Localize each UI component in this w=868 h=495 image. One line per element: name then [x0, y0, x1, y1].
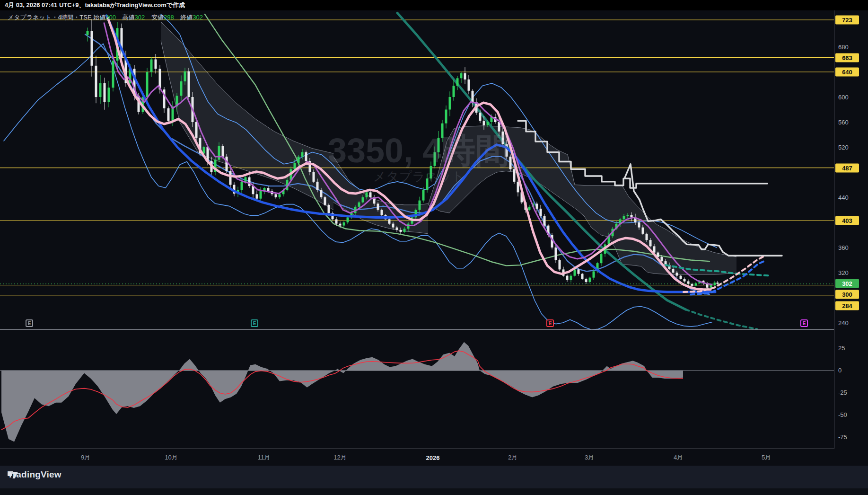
- candle-body-down: [95, 66, 97, 97]
- legend-field-label: 安値: [149, 14, 164, 21]
- oscillator-canvas[interactable]: [0, 330, 834, 449]
- earnings-marker-icon[interactable]: E: [251, 319, 258, 327]
- right-margin: [862, 10, 868, 449]
- candle-body-up: [600, 254, 603, 263]
- tradingview-logo[interactable]: TradingView: [8, 469, 61, 480]
- candle-body-up: [627, 215, 629, 216]
- legend-field-value: 302: [193, 14, 203, 21]
- candle-body-up: [298, 157, 300, 163]
- candle-body-up: [184, 71, 186, 81]
- candle-body-down: [517, 182, 519, 193]
- tradingview-logo-icon: [8, 469, 19, 481]
- candle-body-up: [574, 269, 576, 275]
- candle-body-down: [672, 269, 675, 273]
- candle-body-down: [687, 282, 690, 284]
- last-price-badge: 302: [835, 279, 859, 288]
- candle-body-up: [146, 72, 149, 97]
- candle-body-down: [578, 269, 580, 274]
- candle-body-up: [445, 110, 447, 124]
- candle-body-up: [487, 122, 489, 125]
- candle-body-up: [112, 61, 114, 88]
- time-tick-2026: 2026: [426, 454, 440, 461]
- price-level-badge-723: 723: [835, 16, 859, 25]
- candle-body-down: [653, 246, 656, 252]
- chart-legend[interactable]: メタプラネット・4時間・TSE 始値300 高値302 安値298 終値302: [8, 13, 208, 22]
- time-scale-axis[interactable]: 9月10月11月12月20262月3月4月5月: [0, 449, 834, 466]
- candle-body-down: [642, 228, 644, 234]
- candle-body-down: [479, 113, 482, 121]
- time-tick-10月: 10月: [165, 453, 177, 462]
- candle-body-up: [347, 217, 349, 222]
- candle-body-down: [684, 279, 686, 281]
- time-tick-3月: 3月: [585, 453, 594, 462]
- candle-body-down: [540, 209, 542, 216]
- price-tick-520: 520: [838, 144, 849, 151]
- candle-body-up: [362, 197, 364, 203]
- price-tick-600: 600: [838, 94, 849, 101]
- price-level-badge-663: 663: [835, 53, 859, 62]
- candle-body-down: [222, 146, 224, 157]
- candle-body-down: [646, 234, 648, 240]
- candle-body-down: [559, 260, 561, 270]
- candle-body-down: [229, 171, 232, 185]
- legend-field-label: 始値: [93, 14, 105, 21]
- candle-body-up: [99, 83, 102, 97]
- time-tick-11月: 11月: [258, 453, 271, 462]
- candle-body-down: [320, 190, 323, 197]
- oscillator-pane[interactable]: [0, 329, 834, 449]
- candle-body-down: [91, 31, 93, 66]
- candle-body-up: [430, 166, 432, 179]
- candle-body-up: [528, 207, 531, 210]
- time-tick-9月: 9月: [81, 453, 90, 462]
- candle-body-down: [566, 276, 569, 280]
- price-tick-680: 680: [838, 44, 849, 51]
- price-tick-360: 360: [838, 244, 849, 251]
- price-chart-canvas[interactable]: [0, 10, 834, 329]
- candle-body-down: [680, 276, 682, 279]
- candle-body-up: [343, 222, 345, 226]
- legend-field-value: 302: [135, 14, 145, 21]
- earnings-marker-icon[interactable]: E: [26, 319, 33, 327]
- candle-body-down: [464, 73, 466, 80]
- legend-field-label: 高値: [121, 14, 135, 21]
- candle-body-up: [456, 78, 459, 86]
- candle-body-down: [392, 224, 395, 228]
- kumo-3: [428, 126, 736, 274]
- candle-body-down: [256, 194, 258, 198]
- candle-body-down: [676, 273, 678, 276]
- price-tick-320: 320: [838, 269, 849, 276]
- osc-tick--50: -50: [838, 411, 847, 418]
- candle-body-up: [245, 177, 247, 182]
- legend-ohlc-fields: 始値300 高値302 安値298 終値302: [93, 14, 208, 21]
- candle-body-down: [513, 169, 516, 182]
- osc-tick--75: -75: [838, 433, 847, 441]
- legend-field-label: 終値: [179, 14, 193, 21]
- price-tick-560: 560: [838, 119, 849, 126]
- price-level-badge-640: 640: [835, 68, 859, 77]
- candle-body-up: [87, 31, 89, 35]
- candle-body-down: [638, 222, 640, 228]
- kumo-1: [161, 22, 333, 210]
- candle-body-up: [358, 203, 360, 207]
- candle-body-up: [419, 201, 421, 210]
- candle-body-up: [218, 146, 220, 159]
- candle-body-up: [294, 163, 296, 169]
- snapshot-header: 4月 03, 2026 07:41 UTC+9、takatabaがTrading…: [0, 0, 868, 10]
- candle-body-up: [366, 192, 368, 197]
- price-chart-pane[interactable]: 3350, 4時間 メタプラネット メタプラネット・4時間・TSE 始値300 …: [0, 10, 834, 329]
- time-tick-2月: 2月: [508, 453, 517, 462]
- candle-body-down: [381, 210, 383, 215]
- earnings-marker-icon[interactable]: E: [546, 319, 554, 327]
- candle-body-down: [267, 188, 270, 191]
- bottom-toolbar: TradingView: [0, 466, 868, 495]
- candle-body-down: [502, 132, 504, 144]
- candle-body-up: [260, 191, 262, 199]
- earnings-marker-icon[interactable]: E: [800, 319, 808, 327]
- candle-body-up: [434, 152, 436, 166]
- candle-body-down: [226, 157, 228, 171]
- candle-body-down: [121, 28, 123, 58]
- tradingview-chart-screenshot: 4月 03, 2026 07:41 UTC+9、takatabaがTrading…: [0, 0, 868, 495]
- price-scale-axis[interactable]: 6806005605204403603202407236636404874033…: [834, 10, 863, 449]
- candle-body-up: [426, 178, 429, 190]
- candle-body-down: [369, 192, 372, 197]
